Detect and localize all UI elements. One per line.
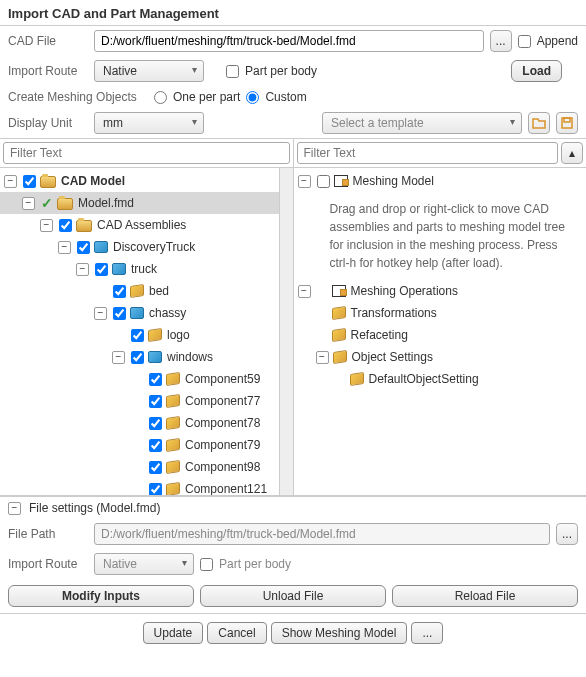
custom-radio[interactable] bbox=[246, 91, 259, 104]
collapse-icon[interactable]: − bbox=[8, 502, 21, 515]
mesh-icon bbox=[334, 175, 348, 187]
expand-icon[interactable]: − bbox=[112, 351, 125, 364]
tree-checkbox[interactable] bbox=[149, 461, 162, 474]
tree-label: DefaultObjectSetting bbox=[369, 372, 479, 386]
scrollbar[interactable] bbox=[279, 168, 293, 495]
unload-file-button[interactable]: Unload File bbox=[200, 585, 386, 607]
file-settings-title: File settings (Model.fmd) bbox=[29, 501, 160, 515]
tree-checkbox[interactable] bbox=[131, 351, 144, 364]
update-button[interactable]: Update bbox=[143, 622, 204, 644]
browse-button[interactable]: ... bbox=[556, 523, 578, 545]
part-icon bbox=[333, 350, 347, 364]
folder-icon bbox=[76, 220, 92, 232]
part-icon bbox=[332, 306, 346, 320]
save-template-icon[interactable] bbox=[556, 112, 578, 134]
import-route-label: Import Route bbox=[8, 64, 88, 78]
part-icon bbox=[166, 438, 180, 452]
tree-label: Object Settings bbox=[352, 350, 433, 364]
show-meshing-button[interactable]: Show Meshing Model bbox=[271, 622, 408, 644]
tree-checkbox[interactable] bbox=[317, 175, 330, 188]
collapse-icon[interactable]: ▴ bbox=[561, 142, 583, 164]
expand-icon[interactable]: − bbox=[4, 175, 17, 188]
browse-button[interactable]: ... bbox=[490, 30, 512, 52]
tree-label: logo bbox=[167, 328, 190, 342]
display-unit-select[interactable]: mm bbox=[94, 112, 204, 134]
tree-label: Meshing Operations bbox=[351, 284, 458, 298]
tree-checkbox[interactable] bbox=[131, 329, 144, 342]
open-template-icon[interactable] bbox=[528, 112, 550, 134]
part-per-body-checkbox[interactable] bbox=[226, 65, 239, 78]
expand-icon[interactable]: − bbox=[316, 351, 329, 364]
assembly-icon bbox=[112, 263, 126, 275]
tree-checkbox[interactable] bbox=[77, 241, 90, 254]
part-icon bbox=[130, 284, 144, 298]
check-icon: ✓ bbox=[41, 195, 53, 211]
append-checkbox[interactable] bbox=[518, 35, 531, 48]
tree-label: Meshing Model bbox=[353, 174, 434, 188]
tree-label: Component98 bbox=[185, 460, 260, 474]
tree-checkbox[interactable] bbox=[113, 307, 126, 320]
tree-checkbox[interactable] bbox=[95, 263, 108, 276]
tree-label: Component79 bbox=[185, 438, 260, 452]
cad-tree[interactable]: −CAD Model −✓Model.fmd −CAD Assemblies −… bbox=[0, 168, 293, 495]
expand-icon[interactable]: − bbox=[40, 219, 53, 232]
right-filter-input[interactable] bbox=[297, 142, 559, 164]
part-icon bbox=[166, 394, 180, 408]
template-select[interactable]: Select a template bbox=[322, 112, 522, 134]
reload-file-button[interactable]: Reload File bbox=[392, 585, 578, 607]
more-button[interactable]: ... bbox=[411, 622, 443, 644]
expand-icon[interactable]: − bbox=[94, 307, 107, 320]
expand-icon[interactable]: − bbox=[298, 285, 311, 298]
dialog-title: Import CAD and Part Management bbox=[0, 0, 586, 26]
tree-checkbox[interactable] bbox=[59, 219, 72, 232]
fs-route-select[interactable]: Native bbox=[94, 553, 194, 575]
cancel-button[interactable]: Cancel bbox=[207, 622, 266, 644]
part-per-body-label: Part per body bbox=[245, 64, 317, 78]
tree-checkbox[interactable] bbox=[149, 439, 162, 452]
fs-part-per-body-checkbox[interactable] bbox=[200, 558, 213, 571]
tree-label: Component77 bbox=[185, 394, 260, 408]
tree-label: chassy bbox=[149, 306, 186, 320]
folder-icon bbox=[40, 176, 56, 188]
tree-label: truck bbox=[131, 262, 157, 276]
assembly-icon bbox=[130, 307, 144, 319]
load-button[interactable]: Load bbox=[511, 60, 562, 82]
cad-file-input[interactable] bbox=[94, 30, 484, 52]
tree-label: Component121 bbox=[185, 482, 267, 495]
expand-icon[interactable]: − bbox=[58, 241, 71, 254]
tree-label: Component78 bbox=[185, 416, 260, 430]
tree-checkbox[interactable] bbox=[149, 417, 162, 430]
custom-label: Custom bbox=[265, 90, 306, 104]
expand-icon[interactable]: − bbox=[298, 175, 311, 188]
assembly-icon bbox=[94, 241, 108, 253]
file-path-label: File Path bbox=[8, 527, 88, 541]
part-icon bbox=[148, 328, 162, 342]
part-icon bbox=[166, 482, 180, 495]
meshing-tree[interactable]: −Meshing Model Drag and drop or right-cl… bbox=[294, 168, 587, 495]
expand-icon[interactable]: − bbox=[76, 263, 89, 276]
cad-file-label: CAD File bbox=[8, 34, 88, 48]
folder-icon bbox=[57, 198, 73, 210]
tree-checkbox[interactable] bbox=[113, 285, 126, 298]
one-per-part-radio[interactable] bbox=[154, 91, 167, 104]
left-filter-input[interactable] bbox=[3, 142, 290, 164]
tree-checkbox[interactable] bbox=[149, 483, 162, 496]
mesh-icon bbox=[332, 285, 346, 297]
modify-inputs-button[interactable]: Modify Inputs bbox=[8, 585, 194, 607]
import-route-select[interactable]: Native bbox=[94, 60, 204, 82]
file-path-input bbox=[94, 523, 550, 545]
part-icon bbox=[332, 328, 346, 342]
tree-checkbox[interactable] bbox=[149, 395, 162, 408]
fs-part-per-body-label: Part per body bbox=[219, 557, 291, 571]
tree-label: DiscoveryTruck bbox=[113, 240, 195, 254]
tree-checkbox[interactable] bbox=[149, 373, 162, 386]
expand-icon[interactable]: − bbox=[22, 197, 35, 210]
meshing-hint: Drag and drop or right-click to move CAD… bbox=[294, 192, 587, 280]
create-meshing-label: Create Meshing Objects bbox=[8, 90, 148, 104]
tree-label: Refaceting bbox=[351, 328, 408, 342]
tree-label: Transformations bbox=[351, 306, 437, 320]
part-icon bbox=[166, 372, 180, 386]
tree-checkbox[interactable] bbox=[23, 175, 36, 188]
tree-label: windows bbox=[167, 350, 213, 364]
part-icon bbox=[350, 372, 364, 386]
